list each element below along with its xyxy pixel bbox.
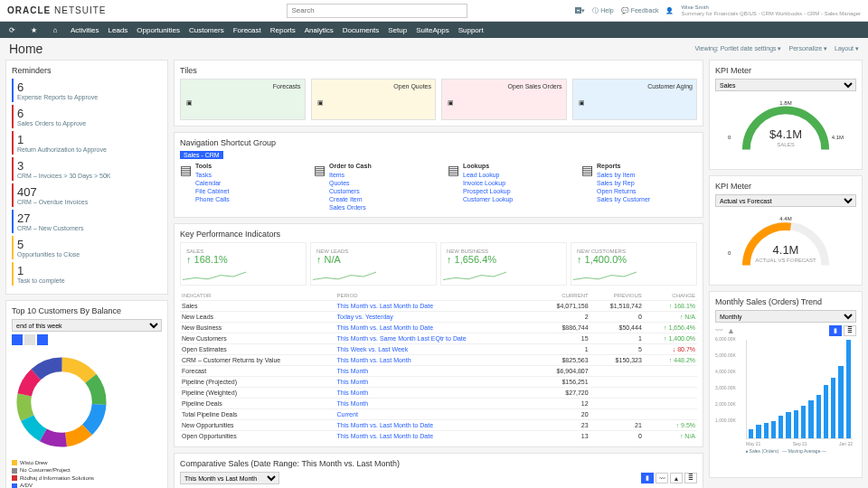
menu-documents[interactable]: Documents — [343, 26, 379, 34]
nav-link[interactable]: Sales Orders — [329, 203, 372, 211]
nav-link[interactable]: Sales by Rep — [597, 179, 650, 187]
chart-line-icon[interactable]: 〰 — [715, 326, 723, 335]
trend-bar — [756, 425, 760, 438]
user-role-block[interactable]: Wise Smith Summary for Financials QB/US … — [681, 5, 861, 16]
kpi-row[interactable]: New BusinessThis Month vs. Last Month to… — [180, 323, 697, 333]
chart-refresh-icon[interactable] — [37, 334, 48, 345]
kpi-row[interactable]: ForecastThis Month$6,904,807 — [180, 366, 697, 377]
menu-reports[interactable]: Reports — [270, 26, 296, 34]
kpi-th: Current — [537, 291, 590, 301]
reminder-item[interactable]: 1Task to complete — [12, 262, 162, 286]
chart-area-icon[interactable]: ▲ — [727, 326, 735, 335]
kpi-meter-2-select[interactable]: Actual vs Forecast — [715, 194, 856, 207]
menu-setup[interactable]: Setup — [388, 26, 407, 34]
kpi-card[interactable]: Sales↑ 168.1% — [180, 242, 307, 286]
chart-type-bar-icon[interactable] — [24, 334, 35, 345]
kpi-meter-2-portlet: KPI Meter Actual vs Forecast 4.1M ACTUAL… — [709, 175, 863, 286]
comparative-sales-select[interactable]: This Month vs Last Month — [180, 472, 279, 484]
kpi-row[interactable]: New CustomersThis Month vs. Same Month L… — [180, 333, 697, 344]
legend-item: Rödhaj d Information Solutions — [12, 474, 162, 482]
kpi-meter-2-title: KPI Meter — [715, 182, 856, 191]
top10-balance-title: Top 10 Customers By Balance — [12, 306, 162, 315]
viewing-settings-link[interactable]: Viewing: Portlet date settings ▾ — [694, 45, 781, 52]
tile-open-sales-orders[interactable]: Open Sales Orders▣ — [441, 79, 567, 120]
nav-link[interactable]: File Cabinet — [195, 187, 230, 195]
monthly-trend-portlet: Monthly Sales (Orders) Trend Monthly 〰 ▲… — [709, 291, 863, 478]
kpi-row[interactable]: Pipeline (Projected)This Month$156,251 — [180, 377, 697, 388]
star-icon[interactable]: ★ — [27, 26, 40, 34]
kpi-meter-1-select[interactable]: Sales — [715, 79, 856, 91]
menu-leads[interactable]: Leads — [108, 26, 128, 34]
menu-opportunities[interactable]: Opportunities — [137, 26, 180, 34]
kpi-row[interactable]: Open OpportunitiesThis Month vs. Last Mo… — [180, 431, 697, 442]
donut-chart — [12, 352, 111, 452]
nav-link[interactable]: Lead Lookup — [463, 171, 513, 179]
nav-link[interactable]: Sales by Customer — [597, 195, 650, 203]
nav-link[interactable]: Prospect Lookup — [463, 187, 513, 195]
kpi-row[interactable]: SalesThis Month vs. Last Month to Date$4… — [180, 301, 697, 312]
monthly-trend-select[interactable]: Monthly — [715, 310, 856, 323]
kpi-row[interactable]: New OpportunitiesThis Month vs. Last Mon… — [180, 420, 697, 431]
nav-link[interactable]: Quotes — [329, 179, 372, 187]
kpi-row[interactable]: Open EstimatesThis Week vs. Last Week15↓… — [180, 344, 697, 355]
reminder-item[interactable]: 5Opportunities to Close — [12, 236, 162, 259]
kpi-row[interactable]: Total Pipeline DealsCurrent20 — [180, 409, 697, 420]
kpi-row[interactable]: New LeadsToday vs. Yesterday20↑ N/A — [180, 312, 697, 323]
global-search-input[interactable] — [287, 4, 467, 18]
kpi-row[interactable]: Pipeline (Weighted)This Month$27,720 — [180, 388, 697, 399]
chart-type-line-icon[interactable]: 〰 — [656, 473, 668, 483]
help-link[interactable]: ⓘ Help — [592, 6, 613, 15]
nav-link[interactable]: Phone Calls — [195, 195, 230, 203]
menu-forecast[interactable]: Forecast — [233, 26, 261, 34]
user-avatar[interactable]: 👤 — [665, 7, 674, 14]
nav-link[interactable]: Sales by Item — [597, 171, 650, 179]
reminder-item[interactable]: 407CRM – Overdue Invoices — [12, 183, 162, 207]
trend-bar — [764, 423, 769, 438]
trend-bar — [816, 395, 821, 438]
menu-suiteapps[interactable]: SuiteApps — [416, 26, 448, 34]
feedback-link[interactable]: 💬 Feedback — [621, 7, 659, 14]
reminder-item[interactable]: 6Sales Orders to Approve — [12, 105, 162, 128]
menu-customers[interactable]: Customers — [189, 26, 224, 34]
chart-type-bar-icon[interactable]: ▮ — [641, 473, 654, 483]
tile-customer-aging[interactable]: Customer Aging▣ — [572, 79, 698, 120]
reminder-item[interactable]: 1Return Authorization to Approve — [12, 131, 162, 155]
page-language-icon[interactable]: 🅰▾ — [575, 7, 585, 14]
menu-support[interactable]: Support — [458, 26, 484, 34]
personalize-link[interactable]: Personalize ▾ — [789, 45, 828, 52]
reminder-item[interactable]: 6Expense Reports to Approve — [12, 79, 162, 102]
kpi-card[interactable]: New Leads↑ N/A — [310, 242, 437, 286]
top10-balance-portlet: Top 10 Customers By Balance end of this … — [5, 300, 168, 488]
kpi-meter-2-sub: ACTUAL VS FORECAST — [755, 258, 816, 263]
nav-link[interactable]: Calendar — [195, 179, 230, 187]
menu-activities[interactable]: Activities — [71, 26, 99, 34]
kpi-card[interactable]: New Business↑ 1,656.4% — [440, 242, 567, 286]
nav-link[interactable]: Invoice Lookup — [463, 179, 513, 187]
tile-open-quotes[interactable]: Open Quotes▣ — [311, 79, 437, 120]
nav-link[interactable]: Customers — [329, 187, 372, 195]
chart-table-icon[interactable]: ≣ — [844, 325, 856, 336]
kpi-row[interactable]: Pipeline DealsThis Month12 — [180, 399, 697, 409]
kpi-th: Indicator — [180, 291, 335, 301]
nav-link[interactable]: Tasks — [195, 171, 230, 179]
chart-type-table-icon[interactable]: ≣ — [684, 473, 697, 483]
nav-link[interactable]: Customer Lookup — [463, 195, 513, 203]
reminder-item[interactable]: 3CRM – Invoices > 30 Days > 50K — [12, 157, 162, 181]
nav-col: ▤Order to CashItemsQuotesCustomersCreate… — [314, 163, 429, 211]
chart-type-donut-icon[interactable] — [12, 334, 23, 345]
home-icon[interactable]: ⌂ — [49, 26, 61, 34]
nav-link[interactable]: Items — [329, 171, 372, 179]
menu-analytics[interactable]: Analytics — [305, 26, 334, 34]
kpi-row[interactable]: CRM – Customer Returns by ValueThis Mont… — [180, 355, 697, 366]
nav-shortcut-tag[interactable]: Sales - CRM — [180, 151, 223, 159]
chart-bar-icon[interactable]: ▮ — [829, 325, 842, 336]
layout-link[interactable]: Layout ▾ — [835, 45, 859, 52]
kpi-card[interactable]: New Customers↑ 1,400.0% — [571, 242, 697, 286]
tile-forecasts[interactable]: Forecasts▣ — [180, 79, 306, 120]
nav-link[interactable]: Create Item — [329, 195, 372, 203]
recent-icon[interactable]: ⟳ — [5, 26, 18, 34]
reminder-item[interactable]: 27CRM – New Customers — [12, 210, 162, 233]
top10-balance-select[interactable]: end of this week — [12, 319, 162, 332]
chart-type-area-icon[interactable]: ▲ — [670, 473, 683, 483]
nav-link[interactable]: Open Returns — [597, 187, 650, 195]
